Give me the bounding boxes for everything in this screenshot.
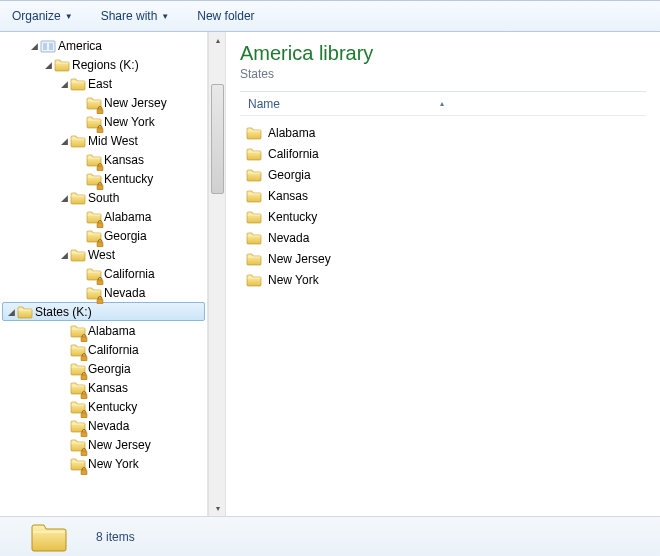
tree-label: States (K:)	[33, 305, 92, 319]
expander-icon[interactable]: ◢	[5, 307, 17, 317]
tree-item-west[interactable]: ◢ West	[0, 245, 207, 264]
folder-icon	[246, 147, 262, 161]
tree-item-america[interactable]: ◢ America	[0, 36, 207, 55]
locked-folder-icon	[70, 362, 86, 376]
folder-icon	[246, 210, 262, 224]
tree-item[interactable]: ◢Kansas	[0, 378, 207, 397]
status-bar: 8 items	[0, 516, 660, 556]
tree-item[interactable]: ◢Alabama	[0, 321, 207, 340]
locked-folder-icon	[70, 400, 86, 414]
tree-label: West	[86, 248, 115, 262]
folder-icon	[70, 248, 86, 262]
folder-icon	[30, 521, 68, 553]
locked-folder-icon	[86, 153, 102, 167]
tree-item[interactable]: ◢Kentucky	[0, 169, 207, 188]
tree-item[interactable]: ◢New Jersey	[0, 93, 207, 112]
column-header-name[interactable]: Name ▴	[240, 92, 646, 116]
tree-item[interactable]: ◢California	[0, 264, 207, 283]
tree-item-regions[interactable]: ◢ Regions (K:)	[0, 55, 207, 74]
list-item[interactable]: New York	[240, 269, 646, 290]
locked-folder-icon	[86, 286, 102, 300]
tree-label: Nevada	[86, 419, 129, 433]
tree-label: New York	[102, 115, 155, 129]
list-item[interactable]: California	[240, 143, 646, 164]
item-label: Kentucky	[262, 210, 317, 224]
item-label: Alabama	[262, 126, 315, 140]
locked-folder-icon	[86, 115, 102, 129]
share-with-menu[interactable]: Share with ▼	[95, 7, 176, 25]
item-label: New Jersey	[262, 252, 331, 266]
library-title: America library	[240, 42, 646, 65]
list-item[interactable]: Alabama	[240, 122, 646, 143]
expander-icon[interactable]: ◢	[28, 41, 40, 51]
folder-icon	[54, 58, 70, 72]
list-item[interactable]: Georgia	[240, 164, 646, 185]
expander-icon[interactable]: ◢	[42, 60, 54, 70]
folder-icon	[17, 305, 33, 319]
folder-icon	[70, 134, 86, 148]
scroll-thumb[interactable]	[211, 84, 224, 194]
tree-label: America	[56, 39, 102, 53]
tree-item[interactable]: ◢Nevada	[0, 283, 207, 302]
tree-label: Nevada	[102, 286, 145, 300]
locked-folder-icon	[70, 381, 86, 395]
locked-folder-icon	[86, 96, 102, 110]
folder-icon	[246, 126, 262, 140]
toolbar: Organize ▼ Share with ▼ New folder	[0, 0, 660, 32]
list-item[interactable]: Kansas	[240, 185, 646, 206]
tree-item[interactable]: ◢New York	[0, 112, 207, 131]
expander-icon[interactable]: ◢	[58, 79, 70, 89]
organize-label: Organize	[12, 9, 61, 23]
tree-label: New Jersey	[86, 438, 151, 452]
expander-icon[interactable]: ◢	[58, 136, 70, 146]
tree-label: Mid West	[86, 134, 138, 148]
tree-label: Regions (K:)	[70, 58, 139, 72]
tree-label: East	[86, 77, 112, 91]
nav-scrollbar[interactable]: ▴ ▾	[208, 32, 226, 516]
tree-item[interactable]: ◢Alabama	[0, 207, 207, 226]
tree-item[interactable]: ◢New York	[0, 454, 207, 473]
tree-label: New York	[86, 457, 139, 471]
expander-icon[interactable]: ◢	[58, 250, 70, 260]
tree-label: Kansas	[86, 381, 128, 395]
tree-item[interactable]: ◢Kansas	[0, 150, 207, 169]
scroll-down-icon[interactable]: ▾	[209, 500, 227, 516]
list-item[interactable]: Kentucky	[240, 206, 646, 227]
tree-item[interactable]: ◢New Jersey	[0, 435, 207, 454]
item-label: California	[262, 147, 319, 161]
column-label: Name	[248, 97, 280, 111]
locked-folder-icon	[70, 324, 86, 338]
list-item[interactable]: Nevada	[240, 227, 646, 248]
navigation-pane: ◢ America ◢ Regions (K:) ◢ East ◢New Jer…	[0, 32, 208, 516]
expander-icon[interactable]: ◢	[58, 193, 70, 203]
tree-item-states[interactable]: ◢ States (K:)	[2, 302, 205, 321]
library-icon	[40, 39, 56, 53]
tree-item[interactable]: ◢Nevada	[0, 416, 207, 435]
folder-icon	[246, 231, 262, 245]
library-subtitle[interactable]: States	[240, 67, 646, 81]
tree-item-east[interactable]: ◢ East	[0, 74, 207, 93]
tree-item[interactable]: ◢Kentucky	[0, 397, 207, 416]
locked-folder-icon	[86, 229, 102, 243]
organize-menu[interactable]: Organize ▼	[6, 7, 79, 25]
list-item[interactable]: New Jersey	[240, 248, 646, 269]
scroll-up-icon[interactable]: ▴	[209, 32, 227, 48]
main-area: ◢ America ◢ Regions (K:) ◢ East ◢New Jer…	[0, 32, 660, 516]
new-folder-button[interactable]: New folder	[191, 7, 260, 25]
chevron-down-icon: ▼	[161, 12, 169, 21]
tree-item-south[interactable]: ◢ South	[0, 188, 207, 207]
tree-item[interactable]: ◢California	[0, 340, 207, 359]
tree-label: Kansas	[102, 153, 144, 167]
new-folder-label: New folder	[197, 9, 254, 23]
locked-folder-icon	[70, 438, 86, 452]
share-label: Share with	[101, 9, 158, 23]
tree-label: Alabama	[102, 210, 151, 224]
tree-label: Georgia	[86, 362, 131, 376]
tree-label: New Jersey	[102, 96, 167, 110]
tree-label: South	[86, 191, 119, 205]
tree-item-midwest[interactable]: ◢ Mid West	[0, 131, 207, 150]
tree-item[interactable]: ◢Georgia	[0, 359, 207, 378]
item-label: Kansas	[262, 189, 308, 203]
tree-item[interactable]: ◢Georgia	[0, 226, 207, 245]
locked-folder-icon	[70, 419, 86, 433]
